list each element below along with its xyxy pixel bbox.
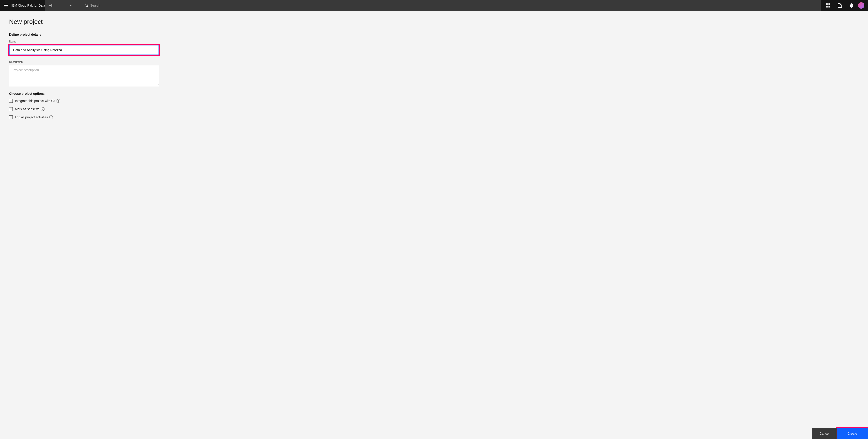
apps-icon xyxy=(826,3,830,8)
sensitive-group: Mark as sensitive i xyxy=(9,107,859,111)
search-input[interactable] xyxy=(90,4,817,7)
chevron-down-icon: ▼ xyxy=(70,4,72,7)
section-options-title: Choose project options xyxy=(9,92,859,95)
name-form-group: Name xyxy=(9,40,159,55)
brand-label: IBM Cloud Pak for Data xyxy=(11,4,45,7)
topbar-actions xyxy=(823,0,864,11)
sensitive-label: Mark as sensitive i xyxy=(15,107,44,111)
document-icon-button[interactable] xyxy=(834,0,845,11)
notification-icon-button[interactable] xyxy=(846,0,857,11)
description-textarea-wrapper xyxy=(9,65,159,86)
log-activities-group: Log all project activities i xyxy=(9,115,859,119)
filter-select[interactable]: All xyxy=(49,4,67,7)
name-input-wrapper xyxy=(9,45,159,55)
page-title: New project xyxy=(9,18,859,25)
svg-rect-0 xyxy=(826,3,828,5)
filter-dropdown[interactable]: All ▼ xyxy=(45,0,81,11)
avatar[interactable] xyxy=(858,2,864,9)
name-label: Name xyxy=(9,40,159,43)
main-content: New project Define project details Name … xyxy=(0,11,868,131)
sensitive-checkbox[interactable] xyxy=(9,107,13,111)
create-button-wrapper: Create xyxy=(837,428,868,439)
section-define-title: Define project details xyxy=(9,33,859,36)
git-info-icon[interactable]: i xyxy=(57,99,60,103)
options-section: Choose project options Integrate this pr… xyxy=(9,92,859,119)
sensitive-info-icon[interactable]: i xyxy=(41,107,44,111)
search-area: All ▼ xyxy=(45,0,821,11)
svg-rect-3 xyxy=(829,6,830,7)
topbar: IBM Cloud Pak for Data All ▼ xyxy=(0,0,868,11)
search-bar xyxy=(81,0,821,11)
log-activities-label: Log all project activities i xyxy=(15,115,53,119)
notification-icon xyxy=(849,3,854,8)
description-form-group: Description xyxy=(9,60,159,86)
log-activities-checkbox[interactable] xyxy=(9,115,13,119)
menu-icon[interactable] xyxy=(4,4,8,7)
log-info-icon[interactable]: i xyxy=(49,115,53,119)
git-integration-group: Integrate this project with Git i xyxy=(9,99,859,103)
bottom-action-bar: Cancel Create xyxy=(812,428,868,439)
define-details-section: Define project details Name Description xyxy=(9,33,859,86)
apps-icon-button[interactable] xyxy=(823,0,834,11)
svg-rect-1 xyxy=(829,3,830,5)
project-description-input[interactable] xyxy=(9,65,159,85)
git-integration-label: Integrate this project with Git i xyxy=(15,99,60,103)
search-icon xyxy=(85,4,88,7)
description-label: Description xyxy=(9,60,159,64)
project-name-input[interactable] xyxy=(9,46,158,55)
git-integration-checkbox[interactable] xyxy=(9,99,13,103)
create-button[interactable]: Create xyxy=(837,428,868,439)
cancel-button[interactable]: Cancel xyxy=(812,428,837,439)
svg-rect-2 xyxy=(826,6,828,7)
document-icon xyxy=(838,3,842,8)
